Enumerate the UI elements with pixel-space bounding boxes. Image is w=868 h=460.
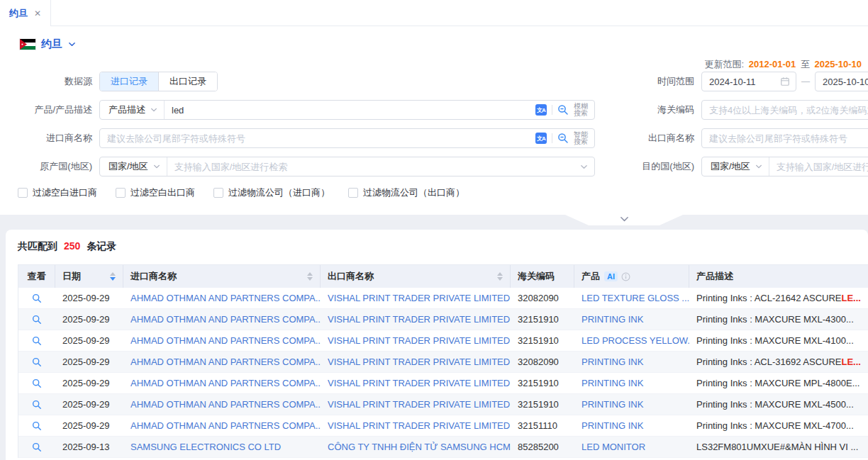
- cell-date: 2025-09-29: [55, 373, 123, 393]
- exporter-label: 出口商名称: [595, 132, 701, 145]
- view-record-icon[interactable]: [32, 357, 42, 367]
- ai-badge: AI: [604, 271, 618, 281]
- time-range-label: 时间范围: [595, 75, 701, 88]
- column-label: 海关编码: [518, 270, 555, 283]
- checkbox-label: 过滤空白进口商: [33, 186, 97, 199]
- importer-link[interactable]: AHMAD OTHMAN AND PARTNERS COMPA...: [123, 352, 321, 372]
- smart-search-icon[interactable]: [557, 133, 569, 144]
- table-row: 2025-09-29AHMAD OTHMAN AND PARTNERS COMP…: [18, 394, 868, 415]
- importer-label: 进口商名称: [0, 132, 99, 145]
- checkbox-icon[interactable]: [18, 188, 28, 198]
- column-header-3[interactable]: 进口商名称: [123, 265, 321, 288]
- cell-hs-code: 85285200: [511, 437, 574, 457]
- view-record-icon[interactable]: [32, 442, 42, 452]
- importer-link[interactable]: AHMAD OTHMAN AND PARTNERS COMPA...: [123, 330, 321, 351]
- table-row: 2025-09-29AHMAD OTHMAN AND PARTNERS COMP…: [18, 415, 868, 437]
- country-selector[interactable]: 约旦: [20, 33, 868, 55]
- importer-link[interactable]: AHMAD OTHMAN AND PARTNERS COMPA...: [123, 288, 321, 308]
- product-link[interactable]: LED PROCESS YELLOW...: [574, 330, 689, 351]
- hs-code-field: [701, 100, 868, 120]
- table-header: 查看日期进口商名称出口商名称海关编码产品AI产品描述: [18, 265, 868, 288]
- importer-link[interactable]: AHMAD OTHMAN AND PARTNERS COMPA...: [123, 394, 321, 415]
- exporter-link[interactable]: VISHAL PRINT TRADER PRIVATE LIMITED: [321, 373, 511, 393]
- tab-jordan[interactable]: 约旦 ✕: [0, 0, 51, 26]
- export-records-button[interactable]: 出口记录: [158, 72, 217, 91]
- cell-product-description: Printing Inks : ACL-31692 ASCURE LE...: [689, 352, 868, 372]
- origin-country-input[interactable]: [167, 157, 580, 176]
- divider: [552, 105, 552, 115]
- info-icon[interactable]: [621, 272, 630, 281]
- checkbox-icon[interactable]: [348, 188, 358, 198]
- filter-checkbox-2[interactable]: 过滤物流公司（进口商）: [213, 186, 330, 199]
- collapse-panel-button[interactable]: [565, 215, 683, 225]
- fuzzy-search-button[interactable]: 模糊 搜索: [574, 103, 588, 117]
- view-record-icon[interactable]: [32, 378, 42, 388]
- chevron-down-icon[interactable]: [580, 163, 594, 171]
- column-header-1: 查看: [18, 265, 55, 288]
- product-link[interactable]: PRINTING INK: [574, 352, 689, 372]
- view-record-icon[interactable]: [32, 400, 42, 410]
- date-from-input[interactable]: [702, 72, 780, 91]
- destination-country-input[interactable]: [769, 157, 868, 176]
- table-row: 2025-09-29AHMAD OTHMAN AND PARTNERS COMP…: [18, 309, 868, 330]
- date-from-field: [701, 72, 796, 91]
- divider: [552, 133, 552, 143]
- exporter-link[interactable]: VISHAL PRINT TRADER PRIVATE LIMITED: [321, 415, 511, 436]
- product-link[interactable]: LED TEXTURE GLOSS ...: [574, 288, 689, 308]
- destination-country-select[interactable]: 国家/地区: [702, 157, 769, 176]
- tab-label: 约旦: [9, 7, 28, 20]
- date-to-input[interactable]: [816, 72, 868, 91]
- importer-link[interactable]: AHMAD OTHMAN AND PARTNERS COMPA...: [123, 373, 321, 393]
- exporter-input[interactable]: [702, 129, 868, 147]
- importer-link[interactable]: AHMAD OTHMAN AND PARTNERS COMPA...: [123, 415, 321, 436]
- translate-icon[interactable]: 文A: [535, 104, 547, 116]
- product-link[interactable]: PRINTING INK: [574, 373, 689, 393]
- hs-code-input[interactable]: [702, 101, 868, 119]
- origin-country-select[interactable]: 国家/地区: [100, 157, 167, 176]
- product-link[interactable]: LED MONITOR: [574, 437, 689, 457]
- tab-close-icon[interactable]: ✕: [34, 9, 41, 18]
- translate-icon[interactable]: 文A: [535, 133, 547, 144]
- view-record-icon[interactable]: [32, 421, 42, 431]
- exporter-link[interactable]: VISHAL PRINT TRADER PRIVATE LIMITED: [321, 330, 511, 351]
- exporter-link[interactable]: VISHAL PRINT TRADER PRIVATE LIMITED: [321, 352, 511, 372]
- cell-date: 2025-09-13: [55, 437, 123, 457]
- product-link[interactable]: PRINTING INK: [574, 394, 689, 415]
- importer-input[interactable]: [100, 129, 535, 147]
- calendar-icon[interactable]: [780, 77, 796, 86]
- column-header-2[interactable]: 日期: [55, 265, 123, 288]
- filter-checkbox-3[interactable]: 过滤物流公司（出口商）: [348, 186, 464, 199]
- app-screen: 约旦 ✕ 约旦 更新范围: 2012-01-01 至: [0, 0, 868, 460]
- checkbox-icon[interactable]: [116, 188, 126, 198]
- product-mode-select[interactable]: 产品描述: [100, 101, 165, 119]
- column-header-7: 产品描述: [689, 265, 868, 288]
- product-link[interactable]: PRINTING INK: [574, 415, 689, 436]
- cell-hs-code: 32082090: [511, 352, 574, 372]
- exporter-link[interactable]: CÔNG TY TNHH ĐIỆN TỬ SAMSUNG HCMC...: [321, 437, 511, 457]
- filter-checkbox-1[interactable]: 过滤空白出口商: [116, 186, 195, 199]
- hs-code-label: 海关编码: [595, 103, 701, 116]
- column-header-4[interactable]: 出口商名称: [321, 265, 511, 288]
- smart-search-button[interactable]: 智能 搜索: [574, 131, 588, 145]
- exporter-link[interactable]: VISHAL PRINT TRADER PRIVATE LIMITED: [321, 309, 511, 330]
- filter-checkbox-0[interactable]: 过滤空白进口商: [18, 186, 97, 199]
- view-record-icon[interactable]: [32, 336, 42, 346]
- product-search-field: 产品描述 文A 模糊: [99, 100, 595, 120]
- view-record-icon[interactable]: [32, 315, 42, 325]
- sort-icon[interactable]: [301, 272, 313, 281]
- import-records-button[interactable]: 进口记录: [100, 72, 158, 91]
- exporter-link[interactable]: VISHAL PRINT TRADER PRIVATE LIMITED: [321, 394, 511, 415]
- view-record-icon[interactable]: [32, 293, 42, 303]
- importer-link[interactable]: AHMAD OTHMAN AND PARTNERS COMPA...: [123, 309, 321, 330]
- table-row: 2025-09-29AHMAD OTHMAN AND PARTNERS COMP…: [18, 373, 868, 394]
- product-search-input[interactable]: [165, 101, 535, 119]
- exporter-link[interactable]: VISHAL PRINT TRADER PRIVATE LIMITED: [321, 288, 511, 308]
- importer-link[interactable]: SAMSUNG ELECTRONICS CO LTD: [123, 437, 321, 457]
- sort-icon[interactable]: [104, 272, 116, 281]
- checkbox-icon[interactable]: [213, 188, 223, 198]
- fuzzy-search-icon[interactable]: [557, 104, 569, 116]
- sort-icon[interactable]: [491, 272, 503, 281]
- product-link[interactable]: PRINTING INK: [574, 309, 689, 330]
- table-body: 2025-09-29AHMAD OTHMAN AND PARTNERS COMP…: [18, 288, 868, 458]
- cell-hs-code: 32151910: [511, 309, 574, 330]
